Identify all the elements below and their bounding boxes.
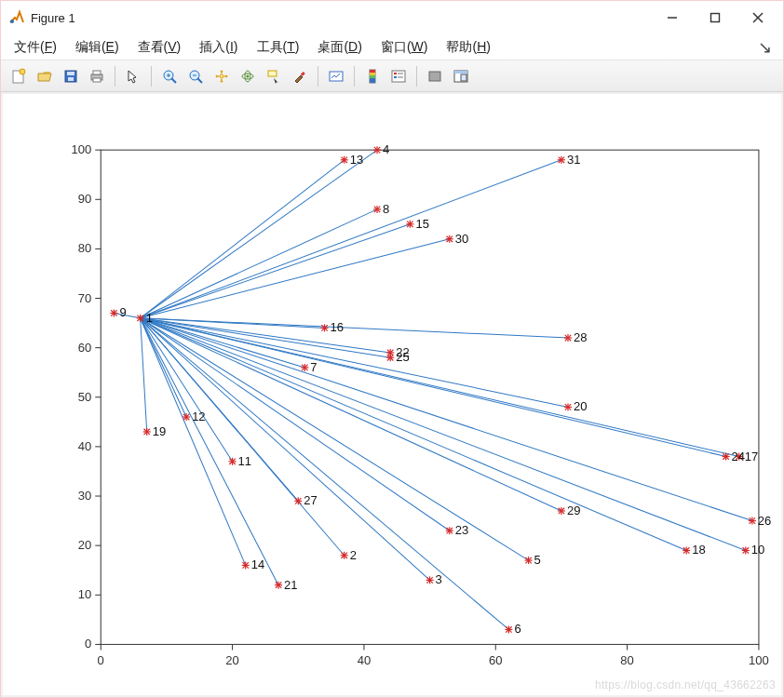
svg-text:28: 28	[574, 330, 587, 344]
svg-text:60: 60	[489, 653, 502, 667]
svg-line-92	[141, 318, 687, 551]
svg-text:20: 20	[574, 399, 587, 413]
zoom-in-button[interactable]	[157, 64, 182, 88]
pointer-button[interactable]	[121, 64, 145, 88]
svg-text:20: 20	[225, 653, 238, 667]
svg-point-6	[20, 69, 25, 74]
colorbar-button[interactable]	[360, 64, 385, 88]
svg-text:25: 25	[396, 350, 409, 364]
svg-rect-28	[370, 70, 375, 73]
zoom-out-button[interactable]	[183, 64, 208, 88]
svg-text:8: 8	[383, 202, 389, 216]
maximize-button[interactable]	[694, 3, 737, 33]
svg-text:9: 9	[119, 305, 126, 319]
svg-line-95	[141, 318, 278, 585]
separator-icon	[115, 66, 115, 87]
svg-line-18	[197, 78, 202, 83]
pan-button[interactable]	[210, 64, 234, 88]
hide-tools-button[interactable]	[423, 64, 447, 88]
menu-desktop[interactable]: 桌面(D)	[310, 37, 369, 58]
svg-rect-12	[93, 78, 101, 82]
svg-line-105	[141, 160, 561, 318]
svg-line-104	[141, 239, 450, 318]
legend-button[interactable]	[386, 64, 411, 88]
svg-rect-2	[711, 14, 720, 22]
svg-text:17: 17	[745, 450, 758, 463]
close-button[interactable]	[737, 3, 779, 33]
svg-rect-41	[101, 150, 759, 644]
svg-rect-39	[454, 71, 467, 74]
menu-tools[interactable]: 工具(T)	[250, 37, 307, 58]
separator-icon	[354, 66, 355, 87]
svg-line-89	[141, 224, 411, 318]
svg-text:23: 23	[455, 523, 468, 537]
svg-text:60: 60	[78, 341, 91, 355]
svg-rect-26	[330, 72, 343, 81]
dock-figure-button[interactable]	[449, 64, 473, 88]
svg-text:26: 26	[758, 514, 771, 528]
svg-point-20	[220, 74, 223, 78]
svg-text:7: 7	[310, 360, 317, 374]
svg-rect-31	[370, 78, 375, 83]
svg-text:40: 40	[78, 439, 91, 453]
plot-svg: 0204060801000102030405060708090100123456…	[3, 94, 781, 697]
data-cursor-button[interactable]	[262, 64, 286, 88]
svg-rect-30	[370, 75, 375, 78]
svg-text:80: 80	[78, 241, 91, 255]
svg-text:16: 16	[331, 320, 344, 334]
svg-rect-29	[370, 73, 375, 75]
svg-rect-33	[394, 73, 397, 74]
menu-view[interactable]: 查看(V)	[130, 37, 189, 58]
svg-text:30: 30	[78, 489, 91, 503]
svg-text:70: 70	[78, 291, 91, 305]
menu-insert[interactable]: 插入(I)	[192, 37, 245, 58]
minimize-button[interactable]	[651, 3, 694, 33]
svg-text:90: 90	[78, 192, 91, 206]
print-button[interactable]	[85, 64, 109, 88]
svg-text:18: 18	[692, 543, 705, 557]
svg-text:15: 15	[415, 217, 428, 231]
svg-line-93	[141, 318, 147, 432]
save-button[interactable]	[59, 64, 83, 88]
svg-line-78	[141, 150, 377, 318]
svg-text:100: 100	[72, 142, 92, 156]
svg-text:3: 3	[436, 572, 442, 586]
svg-text:5: 5	[534, 553, 541, 567]
brush-button[interactable]	[288, 64, 312, 88]
svg-text:6: 6	[514, 622, 520, 636]
svg-line-79	[141, 318, 529, 560]
svg-text:12: 12	[192, 409, 205, 423]
titlebar: Figure 1	[1, 1, 783, 34]
open-button[interactable]	[33, 64, 57, 88]
svg-line-100	[141, 318, 752, 521]
svg-line-14	[171, 78, 176, 83]
svg-rect-9	[68, 77, 74, 81]
svg-line-101	[141, 318, 299, 502]
figure-area: 0204060801000102030405060708090100123456…	[1, 92, 783, 697]
undock-icon[interactable]: ↘	[752, 37, 777, 58]
svg-point-0	[10, 20, 14, 23]
svg-rect-40	[461, 74, 466, 81]
svg-line-80	[141, 318, 509, 630]
svg-text:14: 14	[251, 557, 264, 571]
svg-text:11: 11	[238, 454, 251, 468]
svg-text:0: 0	[85, 637, 91, 651]
menu-file[interactable]: 文件(F)	[7, 37, 64, 58]
svg-line-98	[141, 318, 726, 457]
menu-window[interactable]: 窗口(W)	[373, 37, 436, 58]
svg-line-88	[141, 318, 246, 566]
svg-text:27: 27	[304, 493, 317, 507]
svg-text:24: 24	[732, 450, 745, 463]
new-figure-button[interactable]	[7, 64, 31, 88]
svg-text:80: 80	[620, 653, 633, 667]
figure-window: Figure 1 文件(F) 编辑(E) 查看(V) 插入(I) 工具(T) 桌…	[0, 0, 784, 698]
svg-text:50: 50	[78, 390, 91, 404]
menu-edit[interactable]: 编辑(E)	[68, 37, 127, 58]
menubar: 文件(F) 编辑(E) 查看(V) 插入(I) 工具(T) 桌面(D) 窗口(W…	[1, 34, 783, 60]
svg-line-84	[141, 318, 746, 551]
rotate-3d-button[interactable]	[236, 64, 260, 88]
link-plots-button[interactable]	[324, 64, 348, 88]
toolbar	[1, 60, 783, 92]
menu-help[interactable]: 帮助(H)	[439, 37, 497, 58]
axes-canvas[interactable]: 0204060801000102030405060708090100123456…	[3, 94, 781, 695]
